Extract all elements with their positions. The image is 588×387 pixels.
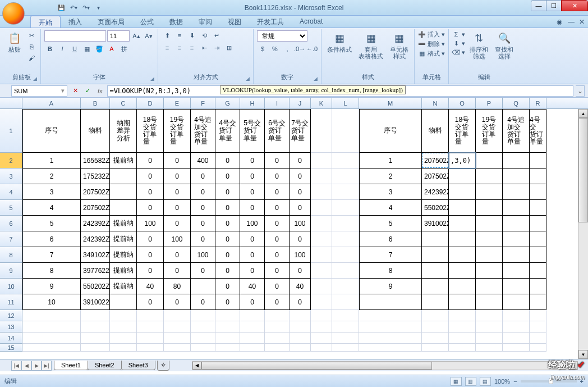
cell[interactable] [110,200,137,216]
maximize-button[interactable]: ☐ [546,0,562,11]
cell[interactable] [530,333,546,344]
row-header[interactable]: 1 [0,109,22,153]
cell[interactable] [449,169,476,184]
cell[interactable]: 0 [265,153,290,169]
cell[interactable] [332,344,359,352]
cell-styles-button[interactable]: ▦单元格 样式 [388,30,411,61]
cell[interactable]: 0 [265,294,290,310]
border-icon[interactable]: ▦ [81,44,93,54]
cell[interactable] [422,333,449,344]
cell[interactable]: 8 [359,263,422,279]
cell[interactable] [476,153,503,169]
cell[interactable]: 4号交 货订 单量 [530,109,546,153]
row-header[interactable]: 7 [0,231,22,247]
cell[interactable] [359,344,422,352]
column-header[interactable]: B [81,98,110,108]
cell[interactable] [530,216,546,231]
cell[interactable]: 0 [191,200,215,216]
cell[interactable]: 提前纳 [110,231,137,247]
tab-insert[interactable]: 插入 [61,16,90,28]
cell[interactable]: 物料 [422,109,449,153]
cell[interactable]: 0 [265,247,290,263]
enter-formula-icon[interactable]: ✓ [82,86,93,96]
cell[interactable] [110,184,137,200]
cell[interactable] [476,231,503,247]
column-header[interactable]: P [476,98,503,108]
cell[interactable] [422,247,449,263]
cell[interactable]: 0 [290,169,311,184]
cell[interactable] [22,310,81,321]
tab-page-layout[interactable]: 页面布局 [90,16,132,28]
cell[interactable] [311,321,332,333]
cells-grid[interactable]: 序号物料纳期 差异 分析18号 交货 订单 量19号 交货 订单 量4号追 加交… [22,109,588,352]
format-cells-button[interactable]: ▦格式 ▾ [418,49,445,58]
zoom-out-icon[interactable]: − [513,378,517,385]
launcher-icon[interactable]: ◢ [246,76,250,81]
cell[interactable] [137,333,164,344]
fx-icon[interactable]: fx [98,88,103,94]
increase-indent-icon[interactable]: ⇥ [211,43,222,53]
cell[interactable]: 0 [265,279,290,294]
font-color-icon[interactable]: A [106,44,117,54]
row-header[interactable]: 15 [0,344,22,352]
italic-icon[interactable]: I [57,44,68,54]
cell[interactable]: 18号 交货 订单 量 [137,109,164,153]
cell[interactable]: 100 [137,216,164,231]
cell[interactable]: 0 [240,231,265,247]
cell[interactable]: 2 [359,169,422,184]
cell[interactable] [359,294,422,310]
cell[interactable] [449,321,476,333]
cell[interactable]: 6 [359,231,422,247]
ribbon-minimize-icon[interactable]: — [568,18,575,26]
cell[interactable] [449,310,476,321]
cell[interactable] [191,321,215,333]
cell[interactable] [164,333,191,344]
cell[interactable]: 207502ZW0A [81,184,110,200]
cell[interactable]: 0 [191,263,215,279]
cell[interactable] [476,310,503,321]
cell[interactable]: 0 [164,153,191,169]
cell[interactable] [530,321,546,333]
cell[interactable]: 6 [22,231,81,247]
bold-icon[interactable]: B [44,44,56,54]
cell[interactable] [503,184,530,200]
cell[interactable] [332,279,359,294]
column-header[interactable]: D [137,98,164,108]
font-size-input[interactable] [107,30,130,42]
cell[interactable]: 5号交 货订 单量 [240,109,265,153]
cell[interactable] [311,200,332,216]
cell[interactable] [110,333,137,344]
cell[interactable] [476,333,503,344]
cell[interactable]: 物料 [81,109,110,153]
horizontal-scrollbar[interactable]: ◀ ▶ [192,361,578,370]
cell[interactable]: 3 [22,184,81,200]
scroll-thumb[interactable] [201,362,433,370]
cell[interactable] [449,279,476,294]
zoom-value[interactable]: 100% [494,378,510,385]
cell[interactable]: 4号追 加交 货订 单量 [191,109,215,153]
cell[interactable] [22,344,81,352]
cell[interactable] [22,333,81,344]
cell[interactable] [137,321,164,333]
cell[interactable] [503,279,530,294]
cell[interactable]: 0 [290,294,311,310]
cell[interactable]: 6号交 货订 单量 [265,109,290,153]
delete-cells-button[interactable]: ➖删除 ▾ [418,40,445,48]
cell[interactable]: 242392ZS6A [81,216,110,231]
sort-filter-button[interactable]: ⇅排序和 筛选 [467,30,490,61]
row-header[interactable]: 9 [0,263,22,279]
copy-icon[interactable]: ⎘ [26,42,37,52]
column-header[interactable]: M [359,98,422,108]
cell[interactable]: 0 [137,200,164,216]
cell[interactable] [449,294,476,310]
vertical-scrollbar[interactable]: ▲ ▼ [578,109,588,359]
align-middle-icon[interactable]: ≡ [174,30,185,40]
paste-button[interactable]: 📋 粘贴 [6,30,24,54]
cell[interactable]: 0 [215,169,240,184]
decrease-indent-icon[interactable]: ⇤ [199,43,210,53]
align-bottom-icon[interactable]: ⬇ [186,30,197,40]
cell[interactable]: 5 [22,216,81,231]
cell[interactable]: 5 [359,216,422,231]
cell[interactable] [530,169,546,184]
cell[interactable]: 4号交 货订 单量 [215,109,240,153]
